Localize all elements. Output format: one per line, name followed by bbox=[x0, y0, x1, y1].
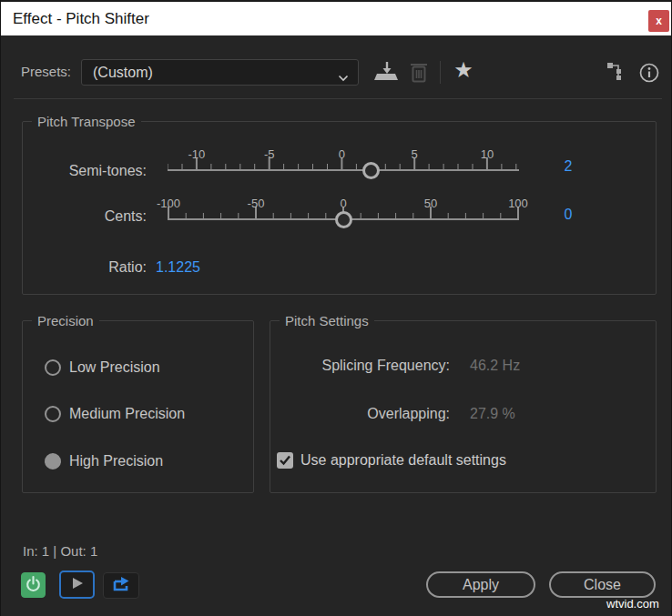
check-icon bbox=[278, 453, 292, 468]
info-button[interactable] bbox=[638, 62, 660, 84]
info-icon bbox=[638, 73, 660, 86]
tick-label: 0 bbox=[325, 197, 361, 210]
tick-label: 10 bbox=[469, 147, 505, 161]
radio-label: Low Precision bbox=[69, 359, 160, 376]
presets-selected-value: (Custom) bbox=[93, 60, 153, 85]
radio-label: Medium Precision bbox=[69, 406, 185, 422]
pitch-settings-legend: Pitch Settings bbox=[280, 313, 374, 328]
close-window-button[interactable]: x bbox=[648, 10, 669, 32]
radio-label: High Precision bbox=[69, 453, 163, 470]
favorite-star-icon: ★ bbox=[453, 57, 473, 82]
close-button[interactable]: Close bbox=[549, 571, 656, 598]
power-icon bbox=[25, 575, 42, 595]
apply-button[interactable]: Apply bbox=[426, 571, 535, 598]
header-divider bbox=[14, 98, 662, 99]
save-preset-icon bbox=[374, 72, 399, 86]
effect-power-toggle[interactable] bbox=[21, 572, 46, 598]
tick-label: 5 bbox=[396, 147, 433, 161]
effect-pitch-shifter-dialog: Effect - Pitch Shifter x Presets: (Custo… bbox=[0, 0, 672, 616]
radio-high-precision[interactable]: High Precision bbox=[45, 453, 163, 470]
pitch-transpose-legend: Pitch Transpose bbox=[32, 114, 141, 129]
semi-tones-value[interactable]: 2 bbox=[552, 158, 585, 175]
semi-tones-label: Semi-tones: bbox=[28, 163, 147, 179]
tick-label: 100 bbox=[500, 197, 536, 210]
radio-icon[interactable] bbox=[45, 359, 61, 376]
presets-label: Presets: bbox=[21, 64, 71, 79]
semi-tones-slider[interactable]: -10-50510 bbox=[168, 146, 519, 182]
toolbar-separator bbox=[440, 61, 441, 84]
radio-icon[interactable] bbox=[45, 406, 61, 422]
slider-thumb[interactable] bbox=[335, 211, 352, 228]
tick-label: -50 bbox=[238, 197, 274, 210]
precision-legend: Precision bbox=[32, 313, 99, 328]
overlapping-label: Overlapping: bbox=[274, 406, 450, 422]
titlebar[interactable]: Effect - Pitch Shifter bbox=[1, 2, 672, 35]
overlapping-value: 27.9 % bbox=[470, 406, 515, 422]
play-preview-button[interactable] bbox=[59, 571, 95, 599]
tick-label: 0 bbox=[323, 147, 360, 161]
ratio-label: Ratio: bbox=[28, 259, 147, 276]
presets-dropdown[interactable]: (Custom) bbox=[81, 59, 359, 86]
play-icon bbox=[71, 577, 84, 592]
tick-label: -10 bbox=[178, 147, 215, 161]
loop-playback-button[interactable] bbox=[103, 572, 139, 599]
close-icon: x bbox=[656, 15, 662, 27]
window-title: Effect - Pitch Shifter bbox=[13, 10, 149, 28]
radio-icon[interactable] bbox=[45, 453, 61, 470]
ratio-value: 1.1225 bbox=[156, 259, 200, 276]
channel-map-icon bbox=[606, 70, 626, 84]
splicing-frequency-value: 46.2 Hz bbox=[470, 358, 520, 374]
delete-preset-button[interactable] bbox=[406, 60, 432, 85]
tick-label: -5 bbox=[251, 147, 288, 161]
radio-medium-precision[interactable]: Medium Precision bbox=[45, 406, 185, 422]
favorite-button[interactable]: ★ bbox=[450, 56, 477, 84]
cents-slider[interactable]: -100-50050100 bbox=[168, 195, 519, 231]
use-default-settings-checkbox[interactable] bbox=[277, 452, 293, 469]
splicing-frequency-label: Splicing Frequency: bbox=[274, 358, 450, 374]
use-default-settings-label: Use appropriate default settings bbox=[300, 452, 506, 469]
watermark: wtvid.com bbox=[606, 597, 659, 611]
channel-map-button[interactable] bbox=[605, 62, 626, 82]
save-preset-button[interactable] bbox=[372, 60, 400, 85]
cents-value[interactable]: 0 bbox=[552, 207, 585, 223]
cents-label: Cents: bbox=[28, 208, 147, 225]
loop-play-icon bbox=[112, 577, 130, 595]
io-status: In: 1 | Out: 1 bbox=[23, 543, 97, 559]
radio-low-precision[interactable]: Low Precision bbox=[45, 359, 160, 376]
chevron-down-icon bbox=[338, 69, 349, 86]
tick-label: 50 bbox=[412, 197, 449, 210]
delete-preset-icon bbox=[409, 73, 429, 86]
tick-label: -100 bbox=[150, 197, 187, 210]
slider-thumb[interactable] bbox=[362, 162, 380, 179]
